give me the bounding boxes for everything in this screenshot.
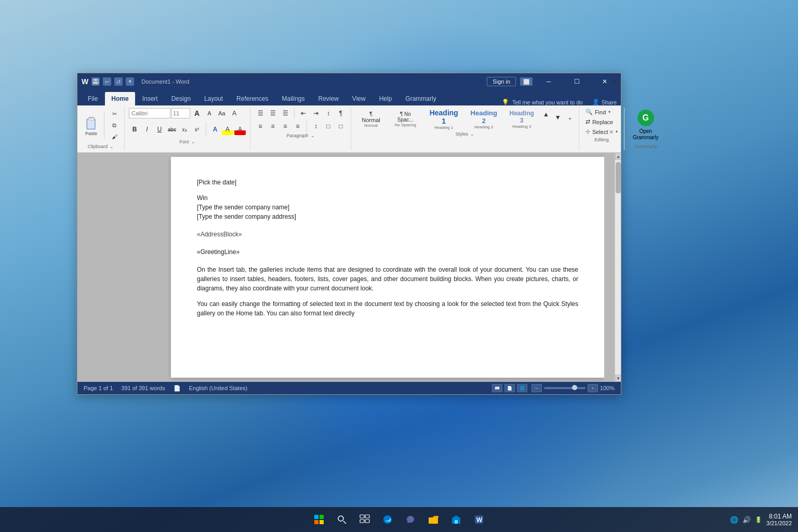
read-view-button[interactable]: 📖 <box>492 384 502 392</box>
tab-layout[interactable]: Layout <box>198 92 229 105</box>
text-effect-button[interactable]: A <box>209 124 221 135</box>
style-heading2[interactable]: Heading 2 Heading 2 <box>466 108 502 130</box>
styles-expand-btn[interactable]: ⌄ <box>470 131 474 137</box>
doc-sender-name: Win <box>197 193 578 203</box>
styles-scroll-up[interactable]: ▲ <box>541 109 551 120</box>
tab-mailings[interactable]: Mailings <box>275 92 311 105</box>
zoom-slider-thumb[interactable] <box>572 385 577 390</box>
print-view-button[interactable]: 📄 <box>504 384 515 392</box>
font-name-input[interactable] <box>129 108 170 118</box>
save-button[interactable] <box>91 77 100 86</box>
chat-button[interactable] <box>400 509 421 530</box>
zoom-in-button[interactable]: + <box>588 384 598 392</box>
case-button[interactable]: Aa <box>216 108 228 119</box>
tab-references[interactable]: References <box>230 92 274 105</box>
layout-toggle-button[interactable]: ⬜ <box>520 77 533 86</box>
tab-help[interactable]: Help <box>373 92 398 105</box>
tab-home[interactable]: Home <box>105 92 135 105</box>
font-size-input[interactable] <box>171 108 190 118</box>
doc-address-block: «AddressBlock» <box>197 230 578 239</box>
justify-button[interactable]: ≡ <box>292 121 303 132</box>
sort-button[interactable]: ↕ <box>323 108 334 119</box>
subscript-button[interactable]: x₂ <box>179 124 190 135</box>
zoom-slider[interactable] <box>544 387 586 389</box>
paste-button[interactable]: Paste <box>82 112 104 139</box>
style-heading3[interactable]: Heading 3 Heading 3 <box>504 108 539 130</box>
replace-button[interactable]: ⇄ Replace <box>583 117 620 126</box>
style-normal[interactable]: ¶ Normal Normal <box>355 108 387 130</box>
editing-group: 🔍 Find ▾ ⇄ Replace ⊹ Select = ▾ Editing <box>583 108 624 150</box>
superscript-button[interactable]: x² <box>191 124 203 135</box>
cut-button[interactable]: ✂ <box>109 109 120 119</box>
find-button[interactable]: 🔍 Find ▾ <box>583 108 620 116</box>
quick-access-button[interactable]: ▼ <box>126 77 134 86</box>
scrollbar-up-button[interactable]: ▲ <box>615 153 621 160</box>
tab-insert[interactable]: Insert <box>136 92 164 105</box>
zoom-out-button[interactable]: ─ <box>531 384 542 392</box>
scrollbar-track[interactable] <box>615 160 621 375</box>
underline-button[interactable]: U <box>154 124 165 135</box>
tab-grammarly[interactable]: Grammarly <box>399 92 442 105</box>
page-indicator: Page 1 of 1 <box>84 385 113 391</box>
borders-button[interactable]: □ <box>335 121 347 132</box>
clock[interactable]: 8:01 AM 3/21/2022 <box>766 513 792 526</box>
highlight-button[interactable]: A <box>222 124 233 135</box>
line-spacing-button[interactable]: ↕ <box>310 121 322 132</box>
scrollbar-down-button[interactable]: ▼ <box>615 375 621 382</box>
scrollbar-thumb[interactable] <box>616 162 621 193</box>
paragraph-expand[interactable]: ⌄ <box>311 133 315 138</box>
svg-rect-15 <box>365 520 369 523</box>
undo-button[interactable]: ↩ <box>103 77 111 86</box>
task-view-button[interactable] <box>354 509 375 530</box>
show-marks-button[interactable]: ¶ <box>335 108 347 119</box>
multilevel-button[interactable]: ☰ <box>280 108 291 119</box>
document-page[interactable]: [Pick the date] Win [Type the sender com… <box>171 157 604 378</box>
restore-button[interactable]: ☐ <box>565 73 589 90</box>
open-grammarly-button[interactable]: G OpenGrammarly <box>629 108 662 143</box>
store-button[interactable] <box>446 509 467 530</box>
sign-in-button[interactable]: Sign in <box>487 77 516 86</box>
copy-button[interactable]: ⧉ <box>109 120 120 130</box>
increase-indent-button[interactable]: ⇥ <box>310 108 322 119</box>
styles-expand[interactable]: ⌄ <box>565 112 575 123</box>
file-explorer-button[interactable] <box>423 509 444 530</box>
font-grow-button[interactable]: A <box>191 108 203 119</box>
styles-scroll-down[interactable]: ▼ <box>553 112 563 123</box>
tab-review[interactable]: Review <box>312 92 344 105</box>
tab-view[interactable]: View <box>346 92 372 105</box>
edge-button[interactable] <box>377 509 398 530</box>
bold-button[interactable]: B <box>129 124 140 135</box>
italic-button[interactable]: I <box>141 124 153 135</box>
svg-point-10 <box>338 516 343 521</box>
align-left-button[interactable]: ≡ <box>255 121 266 132</box>
clipboard-expand[interactable]: ⌄ <box>110 144 114 149</box>
shading-button[interactable]: □ <box>323 121 334 132</box>
ribbon-collapse-button[interactable]: ▲ <box>608 74 620 86</box>
share-button[interactable]: 👤 Share <box>592 99 617 105</box>
font-color-button[interactable]: A <box>234 124 246 135</box>
format-painter-button[interactable]: 🖌 <box>109 131 120 142</box>
tab-design[interactable]: Design <box>165 92 197 105</box>
redo-button[interactable]: ↺ <box>114 77 123 86</box>
select-button[interactable]: ⊹ Select = ▾ <box>583 127 620 136</box>
start-button[interactable] <box>309 509 329 530</box>
ribbon-scroll-up[interactable]: ▲ <box>608 74 620 86</box>
search-button[interactable] <box>331 509 352 530</box>
web-view-button[interactable]: 🌐 <box>517 384 527 392</box>
word-taskbar-button[interactable]: W <box>469 509 489 530</box>
tab-file[interactable]: File <box>82 92 104 105</box>
strikethrough-button[interactable]: abc <box>166 124 178 135</box>
tell-me-text[interactable]: Tell me what you want to do <box>512 99 583 105</box>
style-no-spacing[interactable]: ¶ No Spac... No Spacing <box>389 108 422 130</box>
font-expand[interactable]: ⌄ <box>191 139 195 144</box>
bullets-button[interactable]: ☰ <box>255 108 266 119</box>
zoom-level: 100% <box>600 385 615 391</box>
align-center-button[interactable]: ≡ <box>267 121 278 132</box>
decrease-indent-button[interactable]: ⇤ <box>298 108 309 119</box>
style-heading1[interactable]: Heading 1 Heading 1 <box>424 108 463 130</box>
numbering-button[interactable]: ☰ <box>267 108 278 119</box>
font-shrink-button[interactable]: A <box>204 108 215 119</box>
align-right-button[interactable]: ≡ <box>280 121 291 132</box>
clear-format-button[interactable]: A <box>229 108 240 119</box>
minimize-button[interactable]: ─ <box>537 73 561 90</box>
